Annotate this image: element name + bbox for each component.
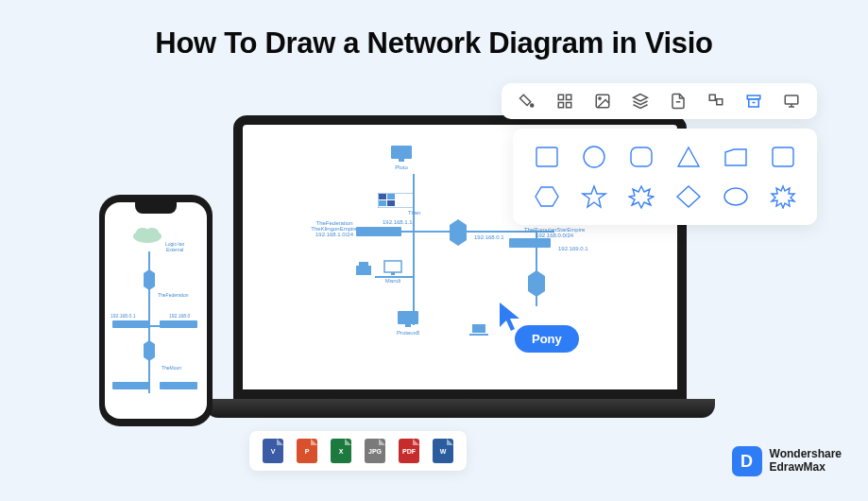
svg-rect-40 [536, 147, 557, 166]
svg-point-24 [531, 104, 534, 107]
svg-rect-3 [379, 194, 386, 199]
cursor-badge: Pony [515, 325, 579, 353]
p-sw3[interactable] [112, 382, 150, 391]
archive-icon[interactable] [745, 93, 762, 110]
switch-2[interactable] [509, 238, 551, 250]
present-icon[interactable] [783, 93, 800, 110]
svg-rect-28 [567, 103, 571, 108]
p-fed: TheFederation [158, 292, 189, 298]
node-proteus[interactable]: Proteus8 [396, 309, 420, 336]
file-xls[interactable]: X [331, 439, 351, 463]
p-cloud[interactable] [131, 225, 163, 246]
brand-logo: D Wondershare EdrawMax [732, 446, 842, 476]
svg-rect-6 [387, 200, 395, 206]
image-icon[interactable] [594, 93, 611, 110]
brand-line2: EdrawMax [770, 461, 842, 475]
shape-rect[interactable] [766, 142, 800, 172]
shape-gear[interactable] [766, 181, 800, 212]
shape-folder[interactable] [719, 142, 753, 172]
svg-rect-7 [356, 227, 401, 236]
node-mandi[interactable]: Mandi [383, 259, 403, 284]
file-visio[interactable]: V [263, 439, 283, 463]
svg-rect-8 [509, 238, 551, 248]
node-titan[interactable]: Titan [370, 193, 420, 216]
shape-hexagon[interactable] [530, 181, 564, 212]
layers-icon[interactable] [632, 93, 649, 110]
svg-rect-0 [391, 146, 412, 159]
p-ext: Logic-lan External [165, 235, 184, 252]
p-srv1[interactable] [141, 268, 158, 293]
svg-rect-13 [398, 311, 418, 324]
svg-rect-1 [399, 159, 404, 162]
p-srv2[interactable] [141, 339, 158, 364]
shape-rounded[interactable] [624, 142, 658, 172]
phone-mockup: Logic-lan External TheFederation 192.168… [99, 195, 213, 426]
p-ip2: 192.168.0 [169, 313, 190, 319]
file-word[interactable]: W [433, 439, 453, 463]
shapes-panel [513, 129, 817, 225]
logo-mark-icon: D [732, 446, 762, 476]
router-1[interactable] [446, 217, 470, 248]
svg-rect-16 [469, 334, 488, 336]
svg-rect-9 [356, 266, 371, 275]
svg-rect-33 [717, 99, 723, 105]
brand-line1: Wondershare [770, 448, 842, 461]
svg-rect-15 [472, 324, 485, 333]
shape-diamond[interactable] [672, 181, 706, 212]
ip-1: 192.168.1.1 [383, 219, 413, 225]
svg-rect-4 [387, 194, 395, 199]
page-icon[interactable] [670, 93, 687, 110]
shape-triangle[interactable] [672, 142, 706, 172]
fill-icon[interactable] [519, 93, 536, 110]
svg-point-44 [724, 188, 747, 205]
svg-rect-22 [112, 382, 150, 389]
p-sw4[interactable] [160, 382, 197, 391]
shape-circle[interactable] [577, 142, 611, 172]
printer[interactable] [354, 262, 373, 279]
svg-rect-32 [709, 95, 715, 100]
ip-2: 192.168.0.1 [474, 234, 504, 240]
p-sw1[interactable] [112, 320, 150, 330]
svg-rect-10 [359, 262, 368, 267]
p-ip1: 192.168.0.1 [111, 313, 135, 319]
shape-burst[interactable] [624, 181, 658, 212]
node-pluto[interactable]: Pluto [389, 144, 414, 170]
svg-rect-25 [558, 95, 563, 99]
svg-rect-42 [631, 147, 652, 166]
svg-rect-23 [160, 382, 197, 389]
file-ppt[interactable]: P [297, 439, 317, 463]
grid-icon[interactable] [556, 93, 573, 110]
svg-rect-37 [785, 95, 798, 104]
p-sw2[interactable] [160, 320, 197, 330]
file-pdf[interactable]: PDF [399, 439, 419, 463]
switch-1[interactable] [356, 227, 401, 238]
svg-rect-12 [391, 272, 395, 275]
router-2[interactable] [524, 268, 549, 299]
svg-point-41 [584, 147, 604, 167]
file-format-bar: V P X JPG PDF W [249, 431, 467, 471]
svg-rect-43 [773, 147, 793, 166]
shape-square[interactable] [530, 142, 564, 172]
file-jpg[interactable]: JPG [365, 439, 385, 463]
ip-3: 192.169.0.1 [558, 246, 588, 251]
svg-point-19 [145, 228, 159, 237]
svg-rect-20 [112, 320, 150, 328]
align-icon[interactable] [707, 93, 724, 110]
shape-star[interactable] [577, 181, 611, 212]
laptop-small[interactable] [469, 323, 488, 338]
toolbar [502, 83, 817, 119]
svg-point-30 [599, 97, 601, 99]
svg-rect-27 [558, 103, 563, 108]
page-title: How To Draw a Network Diagram in Visio [0, 0, 868, 60]
p-moun: TheMoun [162, 365, 181, 371]
svg-rect-5 [379, 200, 386, 206]
svg-rect-11 [384, 261, 401, 272]
shape-ellipse[interactable] [719, 181, 753, 212]
svg-rect-26 [567, 95, 571, 99]
svg-rect-14 [405, 324, 411, 327]
phone-screen: Logic-lan External TheFederation 192.168… [105, 202, 207, 419]
svg-rect-21 [160, 320, 197, 328]
